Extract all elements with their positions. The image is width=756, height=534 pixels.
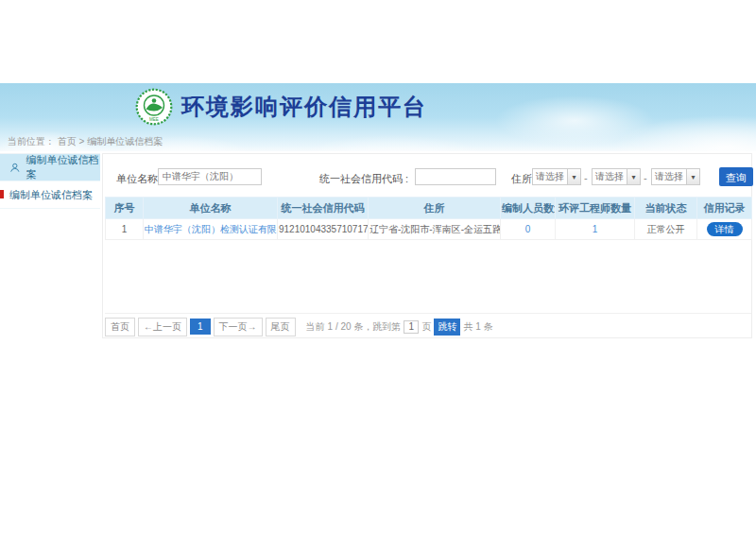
select-separator: - <box>644 172 647 183</box>
person-icon <box>9 162 21 174</box>
col-engineer-count: 环评工程师数量 <box>556 198 635 219</box>
address-district-select[interactable]: 请选择 ▾ <box>651 168 700 185</box>
breadcrumb-current: 编制单位诚信档案 <box>87 136 163 146</box>
col-index: 序号 <box>106 198 144 219</box>
current-page-button[interactable]: 1 <box>190 319 211 335</box>
col-status: 当前状态 <box>635 198 697 219</box>
breadcrumb-prefix: 当前位置： <box>8 136 55 146</box>
next-page-button[interactable]: 下一页→ <box>214 318 263 336</box>
red-marker <box>0 190 4 198</box>
pagination-info-suffix: 页 <box>421 320 431 334</box>
logo-text: MEE <box>149 117 159 122</box>
brand: MEE 环境影响评价信用平台 <box>135 88 427 126</box>
chevron-down-icon: ▾ <box>567 169 580 184</box>
sidebar-item-unit-archive-active[interactable]: 编制单位诚信档案 <box>0 154 100 181</box>
select-value: 请选择 <box>533 170 567 183</box>
unit-name-label: 单位名称 : <box>116 172 163 186</box>
sidebar-item-unit-archive[interactable]: 编制单位诚信档案 <box>0 181 100 209</box>
pagination: 首页 ←上一页 1 下一页→ 尾页 当前 1 / 20 条，跳到第 页 跳转 共… <box>105 313 751 337</box>
main-panel: 单位名称 : 统一社会信用代码 : 住所 : 请选择 ▾ - 请选择 ▾ - 请… <box>102 153 752 338</box>
chevron-down-icon: ▾ <box>686 169 699 184</box>
prev-page-button[interactable]: ←上一页 <box>138 318 187 336</box>
query-button[interactable]: 查询 <box>719 167 753 186</box>
cell-index: 1 <box>106 219 144 240</box>
address-province-select[interactable]: 请选择 ▾ <box>532 168 581 185</box>
pagination-total: 共 1 条 <box>463 320 492 334</box>
unit-name-link[interactable]: 中谱华宇（沈阳）检测认证有限公司 <box>145 224 278 234</box>
col-credit-code: 统一社会信用代码 <box>278 198 369 219</box>
sidebar-item-label: 编制单位诚信档案 <box>26 153 100 181</box>
table-header-row: 序号 单位名称 统一社会信用代码 住所 编制人员数量 环评工程师数量 当前状态 … <box>106 198 752 219</box>
col-staff-count: 编制人员数量 <box>501 198 556 219</box>
sidebar: 编制单位诚信档案 编制单位诚信档案 <box>0 153 100 209</box>
breadcrumb-home-link[interactable]: 首页 <box>58 136 77 146</box>
cell-credit-code: 91210104335710717K <box>278 219 369 240</box>
jump-button[interactable]: 跳转 <box>434 319 460 336</box>
jump-page-input[interactable] <box>404 320 419 334</box>
credit-code-label: 统一社会信用代码 : <box>319 172 408 186</box>
unit-name-input[interactable] <box>158 168 262 185</box>
col-unit-name: 单位名称 <box>144 198 278 219</box>
sidebar-item-label: 编制单位诚信档案 <box>9 188 93 202</box>
select-separator: - <box>584 172 588 183</box>
breadcrumb: 当前位置： 首页 > 编制单位诚信档案 <box>8 135 163 148</box>
credit-code-input[interactable] <box>415 168 496 185</box>
address-city-select[interactable]: 请选择 ▾ <box>592 168 641 185</box>
engineer-count-link[interactable]: 1 <box>593 224 598 234</box>
col-credit-record: 信用记录 <box>697 198 752 219</box>
page-title: 环境影响评价信用平台 <box>181 92 427 122</box>
cell-address: 辽宁省-沈阳市-浑南区-全运五路35-1号楼902 <box>369 219 501 240</box>
staff-count-link[interactable]: 0 <box>525 224 531 234</box>
first-page-button[interactable]: 首页 <box>105 318 135 336</box>
select-value: 请选择 <box>652 170 686 183</box>
last-page-button[interactable]: 尾页 <box>266 318 296 336</box>
pagination-info-prefix: 当前 <box>306 320 325 334</box>
results-table: 序号 单位名称 统一社会信用代码 住所 编制人员数量 环评工程师数量 当前状态 … <box>105 197 752 240</box>
breadcrumb-separator: > <box>79 136 85 146</box>
header-banner: MEE 环境影响评价信用平台 当前位置： 首页 > 编制单位诚信档案 <box>0 83 756 151</box>
select-value: 请选择 <box>593 170 627 183</box>
cell-status: 正常公开 <box>635 219 697 240</box>
pagination-info: 1 / 20 条，跳到第 <box>328 320 402 334</box>
col-address: 住所 <box>369 198 501 219</box>
table-row: 1 中谱华宇（沈阳）检测认证有限公司 91210104335710717K 辽宁… <box>106 219 752 240</box>
mee-logo-icon: MEE <box>135 88 173 126</box>
detail-button[interactable]: 详情 <box>707 222 743 236</box>
chevron-down-icon: ▾ <box>627 169 640 184</box>
